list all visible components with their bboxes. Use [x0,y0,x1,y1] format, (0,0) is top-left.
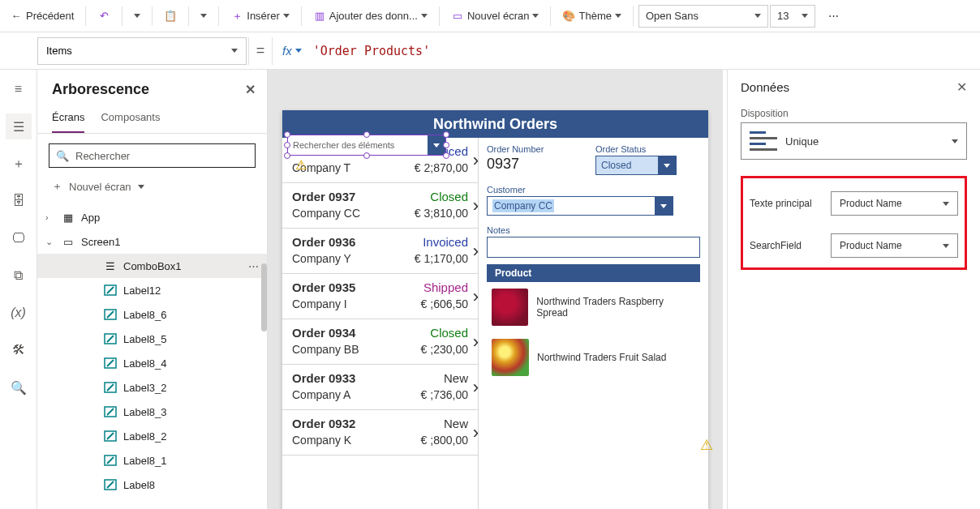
tree-node-label8-4[interactable]: Label8_4 [37,351,267,375]
svg-line-15 [107,457,114,464]
tree-node-screen1[interactable]: ⌄ ▭ Screen1 [37,229,267,254]
search-rail-button[interactable]: 🔍 [6,374,32,400]
expand-icon[interactable]: › [45,212,55,222]
tree-node-label8-6[interactable]: Label8_6 [37,302,267,327]
variables-button[interactable]: (x) [6,300,32,326]
data-rail-button[interactable]: 🗄 [6,188,32,214]
insert-button[interactable]: ＋ Insérer [224,0,295,32]
warning-icon[interactable]: ⚠ [295,157,307,173]
theme-label: Thème [578,10,611,22]
tree-new-screen-button[interactable]: ＋ Nouvel écran [49,174,256,199]
tree-search-input[interactable]: 🔍 Rechercher [49,143,256,168]
tree-node-label8-1[interactable]: Label8_1 [37,448,267,473]
chevron-down-icon [802,14,808,18]
tree-node-label12[interactable]: Label12 [37,278,267,302]
left-rail: ≡ ☰ ＋ 🗄 🖵 ⧉ (x) 🛠 🔍 [0,70,37,509]
customer-value: Company CC [492,199,554,212]
resize-handle[interactable] [284,131,290,138]
scrollbar-thumb[interactable] [261,263,267,331]
resize-handle[interactable] [443,152,449,159]
order-company: Company Y [292,252,351,265]
customer-dropdown[interactable]: Company CC [487,196,673,216]
tab-components[interactable]: Composants [101,105,160,133]
svg-line-3 [107,311,114,318]
hamburger-button[interactable]: ≡ [6,76,32,102]
tree-node-combobox1[interactable]: ☰ ComboBox1 ⋯ [37,254,267,278]
order-list-item[interactable]: Order 0932NewCompany K€ ;800,00› [282,410,478,456]
tree-close-button[interactable]: ✕ [245,82,256,97]
orders-gallery[interactable]: Order 0938⌄ InvoicedCompany T€ 2;870,00›… [282,138,479,509]
separator [122,6,122,26]
overflow-button[interactable]: ⋯ [822,0,845,32]
searchfield-dropdown[interactable]: Product Name [831,233,958,258]
media-rail-button[interactable]: 🖵 [6,225,32,251]
resize-handle[interactable] [443,131,449,138]
property-dropdown[interactable]: Items [37,37,247,65]
chevron-down-icon [200,14,207,18]
product-row[interactable]: Northwind Traders Raspberry Spread [487,282,700,332]
tree-label: App [81,212,100,224]
tree-node-label8[interactable]: Label8 [37,473,267,497]
resize-handle[interactable] [363,152,370,159]
order-status: Closed [430,326,468,340]
undo-split-button[interactable] [127,0,147,32]
order-list-item[interactable]: Order 0937ClosedCompany CC€ 3;810,00› [282,183,478,229]
variable-icon: (x) [11,306,26,320]
product-row[interactable]: Northwind Traders Fruit Salad [487,332,700,383]
formula-text[interactable]: 'Order Products' [310,44,431,58]
fx-text: fx [282,44,292,58]
svg-line-1 [107,287,114,293]
tree-node-label8-5[interactable]: Label8_5 [37,327,267,351]
separator [85,6,86,26]
tree-label: Label8_1 [123,455,167,467]
theme-button[interactable]: 🎨 Thème [556,0,627,32]
separator [301,6,302,26]
power-automate-button[interactable]: ⧉ [6,263,32,289]
chevron-down-icon [134,14,140,18]
advanced-tools-button[interactable]: 🛠 [6,337,32,363]
resize-handle[interactable] [284,142,290,148]
font-name-dropdown[interactable]: Open Sans [638,5,768,28]
add-data-button[interactable]: ▥ Ajouter des donn... [307,0,434,32]
order-price: € ;736,00 [421,388,468,401]
order-status-dropdown[interactable]: Closed [595,156,677,175]
data-pane-close-button[interactable]: ✕ [956,79,967,95]
order-list-item[interactable]: Order 0933NewCompany A€ ;736,00› [282,365,478,410]
order-list-item[interactable]: Order 0934ClosedCompany BB€ ;230,00› [282,319,478,365]
new-screen-button[interactable]: ▭ Nouvel écran [445,0,546,32]
add-data-label: Ajouter des donn... [329,10,418,22]
tree-node-label8-3[interactable]: Label8_3 [37,400,267,424]
paste-button[interactable]: 📋 [157,0,183,32]
collapse-icon[interactable]: ⌄ [45,237,55,247]
primary-text-dropdown[interactable]: Product Name [831,191,958,216]
tree-node-label8-2[interactable]: Label8_2 [37,424,267,448]
paste-split-button[interactable] [194,0,213,32]
tree-label: ComboBox1 [123,260,182,272]
tree-new-screen-label: Nouvel écran [69,181,131,193]
order-list-item[interactable]: Order 0935ShippedCompany I€ ;606,50› [282,274,478,319]
undo-button[interactable]: ↶ [91,0,117,32]
order-list-item[interactable]: Order 0936InvoicedCompany Y€ 1;170,00› [282,229,478,274]
order-number-label: Order Number [487,144,584,154]
order-label: Order 0937 [292,190,355,203]
fx-label[interactable]: fx [274,44,310,58]
resize-handle[interactable] [363,131,370,138]
insert-rail-button[interactable]: ＋ [6,151,32,177]
resize-handle[interactable] [443,142,449,148]
separator [439,6,440,26]
warning-icon[interactable]: ⚠ [700,436,713,454]
layout-dropdown[interactable]: Unique [741,122,967,160]
tree-view-pane: Arborescence ✕ Écrans Composants 🔍 Reche… [37,70,268,509]
layout-label: Disposition [741,108,967,119]
tree-view-button[interactable]: ☰ [6,113,32,139]
combobox-selection[interactable]: Rechercher des éléments [287,135,446,156]
resize-handle[interactable] [284,152,290,159]
order-status: Invoiced [423,235,468,249]
tree-node-label3-2[interactable]: Label3_2 [37,375,267,400]
back-button[interactable]: ← Précédent [3,0,80,32]
tab-screens[interactable]: Écrans [52,105,84,133]
tree-label: Label12 [123,284,161,297]
tree-node-app[interactable]: › ▦ App [37,205,267,229]
notes-input[interactable] [487,237,700,258]
font-size-dropdown[interactable]: 13 [770,5,815,28]
